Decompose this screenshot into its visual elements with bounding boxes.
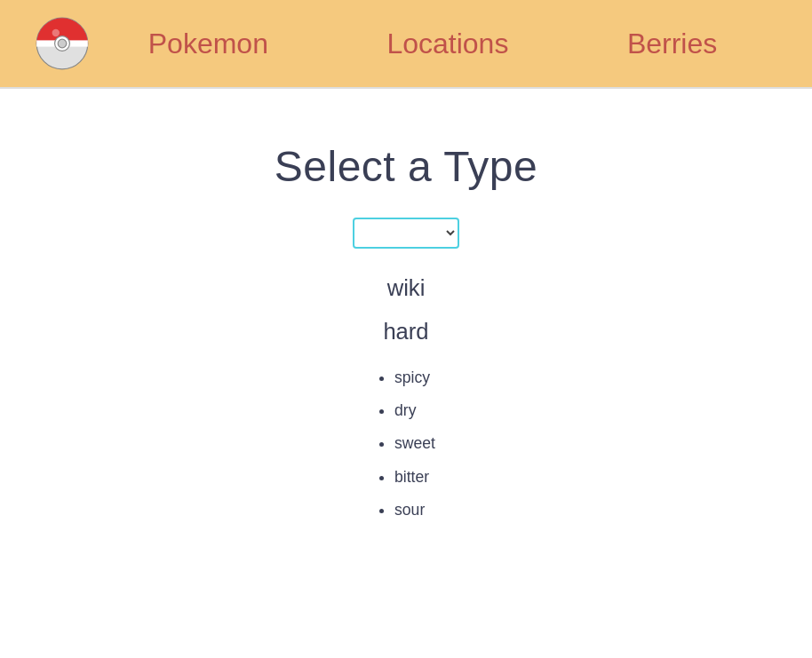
flavor-list-item: spicy [394, 362, 435, 393]
main-content: Select a Type normalfirewatergrasselectr… [0, 89, 812, 572]
wiki-label: wiki [377, 275, 435, 301]
type-select[interactable]: normalfirewatergrasselectricicefightingp… [353, 218, 459, 249]
nav-links: Pokemon Locations Berries [89, 28, 776, 60]
pokeball-logo [36, 17, 89, 70]
svg-point-4 [52, 29, 60, 36]
flavor-list-item: dry [394, 395, 435, 426]
flavor-list: spicydrysweetbittersour [377, 362, 435, 526]
nav-link-locations[interactable]: Locations [386, 28, 508, 59]
nav-item-locations[interactable]: Locations [386, 28, 508, 60]
flavor-list-item: sour [394, 495, 435, 526]
flavor-list-item: bitter [394, 462, 435, 493]
info-section: wiki hard spicydrysweetbittersour [377, 275, 435, 527]
flavor-list-item: sweet [394, 428, 435, 459]
nav-item-berries[interactable]: Berries [627, 28, 717, 60]
svg-point-3 [58, 39, 67, 48]
hard-label: hard [377, 319, 435, 345]
nav-link-pokemon[interactable]: Pokemon [148, 28, 268, 59]
page-title: Select a Type [275, 142, 537, 191]
nav-item-pokemon[interactable]: Pokemon [148, 28, 268, 60]
navbar: Pokemon Locations Berries [0, 0, 812, 89]
nav-link-berries[interactable]: Berries [627, 28, 717, 59]
